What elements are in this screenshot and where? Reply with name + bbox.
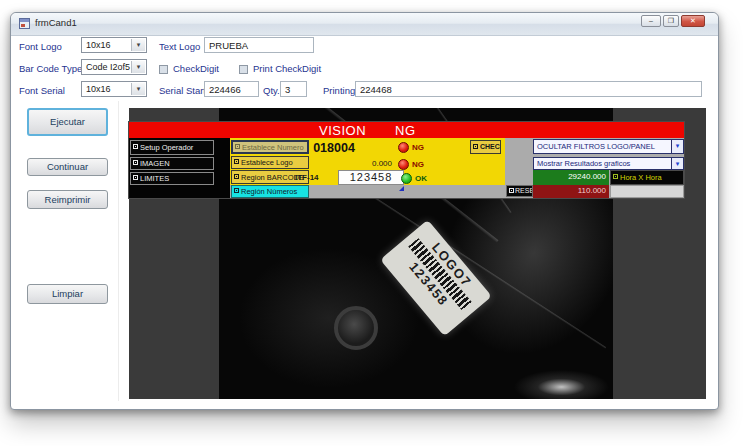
button-glyph-icon [509, 188, 514, 193]
vision-header: VISION NG [129, 122, 684, 138]
imagen-button[interactable]: IMAGEN [130, 157, 214, 170]
hora-x-hora-button[interactable]: Hora X Hora [610, 170, 684, 185]
font-serial-value: 10x16 [86, 84, 111, 94]
continuar-label: Continuar [47, 161, 88, 172]
button-glyph-icon [234, 188, 239, 193]
bad-counter-value: 110.000 [578, 186, 606, 195]
close-icon: ✕ [690, 17, 696, 24]
button-glyph-icon [133, 160, 138, 165]
setup-operador-button[interactable]: Setup Operador [130, 140, 214, 155]
text-logo-value: PRUEBA [209, 40, 248, 51]
limpiar-button[interactable]: Limpiar [27, 284, 108, 304]
button-glyph-icon [613, 174, 618, 179]
text-logo-field[interactable]: PRUEBA [204, 37, 314, 53]
serial-start-label: Serial Start [159, 85, 206, 96]
bad-counter: 110.000 [533, 185, 609, 198]
title-bar[interactable]: frmCand1 – ❐ ✕ [11, 13, 718, 36]
qty-value: 3 [285, 84, 290, 95]
bar-code-type-value: Code I2of5 [86, 62, 130, 72]
establece-logo-button[interactable]: Establece Logo [231, 156, 309, 169]
button-glyph-icon [473, 144, 478, 149]
serial-start-field[interactable]: 224466 [204, 81, 259, 97]
filter-dropdown[interactable]: OCULTAR FILTROS LOGO/PANEL ▾ [533, 139, 684, 154]
maximize-icon: ❐ [668, 17, 674, 24]
establece-numero-label: Establece Numero [242, 143, 304, 152]
font-logo-combo[interactable]: 10x16 ▾ [81, 37, 147, 53]
bright-detail [514, 370, 609, 399]
results-dropdown-value: Mostrar Resultados graficos [537, 159, 630, 168]
barcode-result-box: 123458 [338, 170, 404, 185]
print-check-digit-label: Print CheckDigit [253, 63, 321, 74]
serial-start-value: 224466 [209, 84, 241, 95]
good-counter-value: 29240.000 [568, 172, 606, 181]
imagen-label: IMAGEN [140, 159, 170, 168]
reimprimir-button[interactable]: Reimprimir [27, 190, 108, 209]
continuar-button[interactable]: Continuar [27, 158, 108, 176]
app-window: frmCand1 – ❐ ✕ Font Logo 10x16 ▾ Text Lo… [10, 12, 719, 410]
barcode-result-value: 123458 [350, 171, 393, 183]
printing-field[interactable]: 224468 [355, 81, 702, 97]
vision-status: NG [395, 123, 416, 138]
maximize-button[interactable]: ❐ [663, 15, 679, 27]
chevron-down-icon[interactable]: ▾ [671, 158, 683, 169]
good-counter: 29240.000 [533, 170, 609, 185]
print-check-digit-checkbox[interactable] [239, 65, 248, 74]
filter-dropdown-value: OCULTAR FILTROS LOGO/PANEL [537, 142, 655, 151]
hora-x-hora-label: Hora X Hora [620, 173, 662, 182]
qty-field[interactable]: 3 [280, 81, 307, 97]
limites-button[interactable]: LIMITES [130, 172, 214, 185]
limpiar-label: Limpiar [52, 288, 83, 299]
chevron-down-icon[interactable]: ▾ [131, 61, 145, 73]
status-label-barcode: OK [415, 174, 427, 183]
font-logo-label: Font Logo [19, 41, 62, 52]
form-icon [19, 18, 30, 29]
check-button[interactable]: CHECK [470, 140, 501, 154]
font-serial-label: Font Serial [19, 85, 65, 96]
marker-icon [399, 186, 404, 191]
bar-code-type-label: Bar Code Type [19, 63, 82, 74]
reset-label: RESET [515, 187, 533, 194]
reimprimir-label: Reimprimir [45, 194, 91, 205]
vision-title: VISION [319, 123, 366, 138]
qty-label: Qty. [263, 85, 280, 96]
check-digit-checkbox[interactable] [159, 65, 168, 74]
text-logo-label: Text Logo [159, 41, 200, 52]
printing-value: 224468 [360, 84, 392, 95]
results-dropdown[interactable]: Mostrar Resultados graficos ▾ [533, 157, 684, 170]
close-button[interactable]: ✕ [681, 15, 705, 27]
bar-code-type-combo[interactable]: Code I2of5 ▾ [81, 59, 147, 75]
establece-logo-label: Establece Logo [241, 158, 293, 167]
check-digit-label: CheckDigit [173, 63, 219, 74]
status-label-logo: NG [412, 160, 424, 169]
chevron-down-icon[interactable]: ▾ [131, 39, 145, 51]
bolt-detail [334, 306, 378, 350]
status-led-number [398, 142, 409, 153]
minimize-icon: – [649, 17, 653, 24]
button-glyph-icon [133, 144, 138, 149]
minimize-button[interactable]: – [641, 15, 661, 27]
font-serial-combo[interactable]: 10x16 ▾ [81, 81, 147, 97]
limites-label: LIMITES [140, 174, 169, 183]
logo-result-value: 0.000 [344, 159, 392, 168]
number-result-value: 018004 [309, 141, 359, 155]
region-numeros-label: Región Números [241, 187, 297, 196]
font-logo-value: 10x16 [86, 40, 111, 50]
establece-numero-button[interactable]: Establece Numero [231, 140, 309, 154]
ejecutar-button[interactable]: Ejecutar [27, 108, 108, 136]
status-led-barcode [401, 173, 412, 184]
status-label-number: NG [412, 143, 424, 152]
button-glyph-icon [234, 159, 239, 164]
printing-label: Printing [323, 85, 355, 96]
vision-panel: VISION NG Setup Operador IMAGEN LIMITES … [129, 122, 684, 198]
check-label: CHECK [480, 143, 501, 150]
region-numeros-button[interactable]: Región Números [231, 185, 309, 198]
ejecutar-label: Ejecutar [50, 116, 85, 127]
button-glyph-icon [133, 175, 138, 180]
chevron-down-icon[interactable]: ▾ [671, 140, 683, 153]
reset-button[interactable]: RESET [506, 185, 533, 197]
chevron-down-icon[interactable]: ▾ [131, 83, 145, 95]
panel-divider [118, 101, 119, 401]
desktop: frmCand1 – ❐ ✕ Font Logo 10x16 ▾ Text Lo… [0, 0, 750, 446]
barcode-standard-label: ITF-14 [295, 173, 319, 182]
setup-operador-label: Setup Operador [140, 143, 193, 152]
